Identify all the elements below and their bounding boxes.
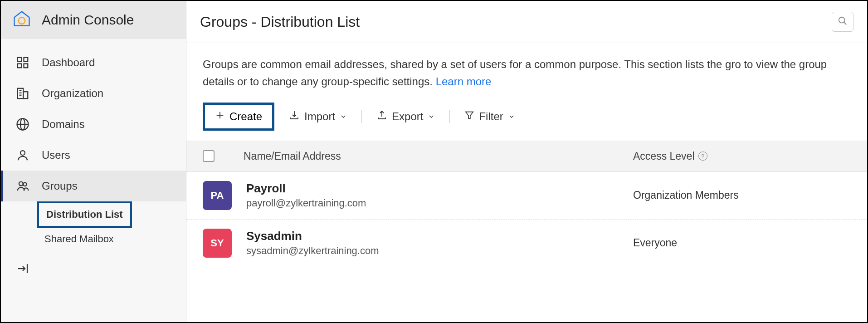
group-avatar: PA [203, 181, 232, 210]
table-body: PAPayrollpayroll@zylkertraining.comOrgan… [186, 172, 867, 267]
nav-label: Groups [42, 180, 78, 192]
filter-label: Filter [479, 110, 503, 123]
groups-icon [15, 179, 30, 193]
svg-rect-4 [24, 64, 28, 68]
th-checkbox [203, 150, 244, 162]
svg-point-15 [23, 183, 27, 186]
search-icon [838, 16, 848, 28]
group-name: Payroll [246, 181, 633, 196]
svg-point-0 [19, 17, 25, 24]
sidebar-nav: Dashboard Organization Domains Users [1, 39, 186, 322]
sub-item-distribution-list[interactable]: Distribution List [37, 201, 132, 228]
svg-rect-2 [24, 58, 28, 62]
page-title: Groups - Distribution List [200, 14, 360, 30]
globe-icon [15, 117, 30, 132]
th-access: Access Level ? [633, 150, 851, 162]
chevron-down-icon [340, 110, 347, 123]
group-access-level: Everyone [633, 237, 851, 249]
table-row[interactable]: PAPayrollpayroll@zylkertraining.comOrgan… [186, 172, 867, 220]
svg-rect-6 [23, 92, 28, 98]
row-name-block: Sysadminsysadmin@zylkertraining.com [246, 229, 633, 257]
nav-label: Users [42, 149, 70, 162]
sidebar-item-organization[interactable]: Organization [1, 78, 186, 109]
th-access-label: Access Level [633, 150, 695, 162]
help-icon[interactable]: ? [698, 152, 707, 161]
export-icon [376, 110, 387, 123]
create-label: Create [229, 110, 262, 123]
select-all-checkbox[interactable] [203, 150, 215, 162]
search-box[interactable] [832, 12, 853, 32]
admin-logo-icon [12, 9, 32, 31]
svg-line-17 [844, 22, 847, 25]
main-content: Groups - Distribution List Groups are co… [186, 1, 867, 322]
toolbar: Create Import Export Filter [186, 99, 867, 141]
learn-more-link[interactable]: Learn more [436, 75, 492, 88]
group-name: Sysadmin [246, 229, 633, 243]
sidebar-item-groups[interactable]: Groups [1, 171, 186, 201]
row-name-block: Payrollpayroll@zylkertraining.com [246, 181, 633, 209]
plus-icon [215, 110, 225, 123]
svg-point-16 [839, 17, 845, 23]
export-button[interactable]: Export [375, 107, 437, 126]
migration-icon [15, 261, 30, 276]
sub-item-shared-mailbox[interactable]: Shared Mailbox [37, 228, 121, 250]
sidebar-title: Admin Console [42, 12, 134, 28]
table-header: Name/Email Address Access Level ? [186, 141, 867, 172]
import-button[interactable]: Import [287, 107, 349, 126]
description-text: Groups are common email addresses, share… [203, 58, 827, 88]
svg-point-14 [19, 182, 23, 186]
import-icon [289, 110, 300, 123]
sidebar-item-dashboard[interactable]: Dashboard [1, 47, 186, 78]
th-name: Name/Email Address [244, 150, 633, 162]
sidebar-header: Admin Console [1, 1, 186, 39]
nav-label: Organization [42, 87, 103, 100]
user-icon [15, 148, 30, 162]
dashboard-icon [15, 55, 30, 70]
svg-marker-20 [466, 112, 473, 118]
sidebar-item-domains[interactable]: Domains [1, 109, 186, 140]
svg-rect-5 [18, 88, 24, 99]
filter-button[interactable]: Filter [463, 108, 517, 126]
import-label: Import [304, 110, 335, 123]
group-avatar: SY [203, 229, 232, 258]
divider [449, 110, 450, 123]
svg-point-13 [20, 151, 25, 155]
group-email: sysadmin@zylkertraining.com [246, 245, 633, 257]
nav-label: Dashboard [42, 56, 95, 69]
sidebar: Admin Console Dashboard Organization Dom… [1, 1, 186, 322]
chevron-down-icon [428, 110, 435, 123]
svg-rect-3 [18, 64, 22, 68]
group-email: payroll@zylkertraining.com [246, 197, 633, 209]
group-access-level: Organization Members [633, 189, 851, 201]
svg-rect-1 [18, 58, 22, 62]
sub-nav: Distribution List Shared Mailbox [1, 201, 186, 250]
chevron-down-icon [508, 110, 515, 123]
export-label: Export [392, 110, 423, 123]
main-header: Groups - Distribution List [186, 1, 867, 43]
sidebar-item-partial[interactable] [1, 250, 186, 284]
organization-icon [15, 86, 30, 101]
divider [361, 110, 362, 123]
sidebar-item-users[interactable]: Users [1, 140, 186, 171]
table-row[interactable]: SYSysadminsysadmin@zylkertraining.comEve… [186, 220, 867, 267]
description: Groups are common email addresses, share… [186, 43, 867, 99]
create-button[interactable]: Create [203, 103, 274, 131]
nav-label: Domains [42, 118, 85, 131]
filter-icon [464, 110, 474, 123]
